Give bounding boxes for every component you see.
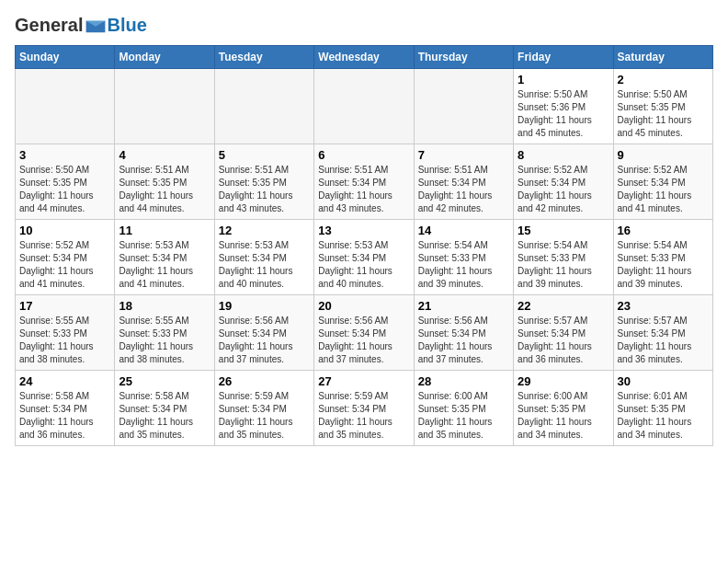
- calendar-cell: 14Sunrise: 5:54 AM Sunset: 5:33 PM Dayli…: [414, 220, 513, 295]
- day-info: Sunrise: 5:50 AM Sunset: 5:35 PM Dayligh…: [618, 88, 709, 140]
- calendar-cell: 19Sunrise: 5:56 AM Sunset: 5:34 PM Dayli…: [214, 295, 313, 371]
- calendar-cell: 5Sunrise: 5:51 AM Sunset: 5:35 PM Daylig…: [214, 144, 313, 220]
- weekday-header-thursday: Thursday: [414, 46, 513, 69]
- day-number: 15: [518, 224, 609, 237]
- day-number: 2: [618, 73, 709, 86]
- calendar-week-row: 17Sunrise: 5:55 AM Sunset: 5:33 PM Dayli…: [16, 295, 713, 371]
- day-info: Sunrise: 6:01 AM Sunset: 5:35 PM Dayligh…: [618, 390, 709, 442]
- day-info: Sunrise: 5:54 AM Sunset: 5:33 PM Dayligh…: [418, 239, 509, 291]
- day-info: Sunrise: 5:57 AM Sunset: 5:34 PM Dayligh…: [618, 315, 709, 366]
- day-number: 23: [618, 299, 709, 313]
- calendar-cell: 30Sunrise: 6:01 AM Sunset: 5:35 PM Dayli…: [613, 371, 712, 446]
- day-number: 21: [418, 299, 509, 313]
- calendar-cell: 27Sunrise: 5:59 AM Sunset: 5:34 PM Dayli…: [314, 371, 414, 446]
- calendar-cell: 9Sunrise: 5:52 AM Sunset: 5:34 PM Daylig…: [613, 144, 712, 220]
- calendar-week-row: 10Sunrise: 5:52 AM Sunset: 5:34 PM Dayli…: [16, 220, 713, 295]
- day-number: 24: [19, 374, 110, 388]
- day-number: 27: [318, 374, 409, 388]
- calendar-cell: 4Sunrise: 5:51 AM Sunset: 5:35 PM Daylig…: [115, 144, 214, 220]
- day-number: 20: [318, 299, 409, 313]
- day-info: Sunrise: 5:59 AM Sunset: 5:34 PM Dayligh…: [219, 390, 310, 442]
- calendar-cell: 6Sunrise: 5:51 AM Sunset: 5:34 PM Daylig…: [314, 144, 414, 220]
- day-number: 19: [219, 299, 310, 313]
- day-info: Sunrise: 5:56 AM Sunset: 5:34 PM Dayligh…: [219, 315, 310, 366]
- day-number: 26: [219, 374, 310, 388]
- day-number: 3: [19, 148, 110, 162]
- weekday-header-row: SundayMondayTuesdayWednesdayThursdayFrid…: [16, 46, 713, 69]
- calendar-cell: 18Sunrise: 5:55 AM Sunset: 5:33 PM Dayli…: [115, 295, 214, 371]
- day-number: 22: [518, 299, 609, 313]
- calendar-cell: 22Sunrise: 5:57 AM Sunset: 5:34 PM Dayli…: [514, 295, 613, 371]
- logo: GeneralBlue: [15, 15, 147, 36]
- day-info: Sunrise: 5:58 AM Sunset: 5:34 PM Dayligh…: [19, 390, 110, 442]
- day-info: Sunrise: 5:52 AM Sunset: 5:34 PM Dayligh…: [19, 239, 110, 291]
- weekday-header-saturday: Saturday: [613, 46, 712, 69]
- calendar-cell: 25Sunrise: 5:58 AM Sunset: 5:34 PM Dayli…: [115, 371, 214, 446]
- weekday-header-monday: Monday: [115, 46, 214, 69]
- day-number: 30: [618, 374, 709, 388]
- day-number: 14: [418, 224, 509, 237]
- calendar-cell: 16Sunrise: 5:54 AM Sunset: 5:33 PM Dayli…: [613, 220, 712, 295]
- day-info: Sunrise: 5:51 AM Sunset: 5:34 PM Dayligh…: [418, 164, 509, 215]
- day-number: 12: [219, 224, 310, 237]
- day-number: 28: [418, 374, 509, 388]
- calendar-cell: 2Sunrise: 5:50 AM Sunset: 5:35 PM Daylig…: [613, 69, 712, 144]
- day-info: Sunrise: 5:50 AM Sunset: 5:35 PM Dayligh…: [19, 164, 110, 215]
- day-number: 5: [219, 148, 310, 162]
- day-info: Sunrise: 5:51 AM Sunset: 5:35 PM Dayligh…: [119, 164, 210, 215]
- calendar-cell: 7Sunrise: 5:51 AM Sunset: 5:34 PM Daylig…: [414, 144, 513, 220]
- calendar-cell: [16, 69, 115, 144]
- day-info: Sunrise: 5:58 AM Sunset: 5:34 PM Dayligh…: [119, 390, 210, 442]
- weekday-header-tuesday: Tuesday: [214, 46, 313, 69]
- calendar-cell: 15Sunrise: 5:54 AM Sunset: 5:33 PM Dayli…: [514, 220, 613, 295]
- calendar-cell: 23Sunrise: 5:57 AM Sunset: 5:34 PM Dayli…: [613, 295, 712, 371]
- day-info: Sunrise: 5:56 AM Sunset: 5:34 PM Dayligh…: [318, 315, 409, 366]
- day-number: 9: [618, 148, 709, 162]
- day-number: 11: [119, 224, 210, 237]
- day-info: Sunrise: 5:55 AM Sunset: 5:33 PM Dayligh…: [19, 315, 110, 366]
- day-info: Sunrise: 5:56 AM Sunset: 5:34 PM Dayligh…: [418, 315, 509, 366]
- day-number: 13: [318, 224, 409, 237]
- day-info: Sunrise: 5:59 AM Sunset: 5:34 PM Dayligh…: [318, 390, 409, 442]
- day-info: Sunrise: 5:53 AM Sunset: 5:34 PM Dayligh…: [219, 239, 310, 291]
- day-info: Sunrise: 5:50 AM Sunset: 5:36 PM Dayligh…: [518, 88, 609, 140]
- calendar-cell: [314, 69, 414, 144]
- logo-text: GeneralBlue: [15, 15, 147, 36]
- day-info: Sunrise: 5:52 AM Sunset: 5:34 PM Dayligh…: [618, 164, 709, 215]
- day-number: 8: [518, 148, 609, 162]
- day-number: 25: [119, 374, 210, 388]
- calendar-cell: 13Sunrise: 5:53 AM Sunset: 5:34 PM Dayli…: [314, 220, 414, 295]
- calendar-cell: 26Sunrise: 5:59 AM Sunset: 5:34 PM Dayli…: [214, 371, 313, 446]
- calendar-cell: 12Sunrise: 5:53 AM Sunset: 5:34 PM Dayli…: [214, 220, 313, 295]
- calendar-cell: [115, 69, 214, 144]
- calendar-cell: 11Sunrise: 5:53 AM Sunset: 5:34 PM Dayli…: [115, 220, 214, 295]
- calendar-cell: 10Sunrise: 5:52 AM Sunset: 5:34 PM Dayli…: [16, 220, 115, 295]
- day-number: 29: [518, 374, 609, 388]
- calendar-table: SundayMondayTuesdayWednesdayThursdayFrid…: [15, 45, 713, 446]
- calendar-cell: 20Sunrise: 5:56 AM Sunset: 5:34 PM Dayli…: [314, 295, 414, 371]
- day-number: 6: [318, 148, 409, 162]
- day-info: Sunrise: 5:51 AM Sunset: 5:34 PM Dayligh…: [318, 164, 409, 215]
- day-info: Sunrise: 5:53 AM Sunset: 5:34 PM Dayligh…: [318, 239, 409, 291]
- calendar-cell: 3Sunrise: 5:50 AM Sunset: 5:35 PM Daylig…: [16, 144, 115, 220]
- day-info: Sunrise: 5:54 AM Sunset: 5:33 PM Dayligh…: [518, 239, 609, 291]
- calendar-week-row: 3Sunrise: 5:50 AM Sunset: 5:35 PM Daylig…: [16, 144, 713, 220]
- day-number: 4: [119, 148, 210, 162]
- weekday-header-wednesday: Wednesday: [314, 46, 414, 69]
- weekday-header-friday: Friday: [514, 46, 613, 69]
- logo-icon: [85, 17, 107, 34]
- calendar-cell: 28Sunrise: 6:00 AM Sunset: 5:35 PM Dayli…: [414, 371, 513, 446]
- calendar-cell: 1Sunrise: 5:50 AM Sunset: 5:36 PM Daylig…: [514, 69, 613, 144]
- calendar-cell: 24Sunrise: 5:58 AM Sunset: 5:34 PM Dayli…: [16, 371, 115, 446]
- day-number: 7: [418, 148, 509, 162]
- page-header: GeneralBlue: [15, 15, 713, 36]
- day-info: Sunrise: 5:51 AM Sunset: 5:35 PM Dayligh…: [219, 164, 310, 215]
- calendar-week-row: 1Sunrise: 5:50 AM Sunset: 5:36 PM Daylig…: [16, 69, 713, 144]
- day-number: 16: [618, 224, 709, 237]
- calendar-cell: 21Sunrise: 5:56 AM Sunset: 5:34 PM Dayli…: [414, 295, 513, 371]
- day-info: Sunrise: 5:57 AM Sunset: 5:34 PM Dayligh…: [518, 315, 609, 366]
- day-number: 10: [19, 224, 110, 237]
- day-info: Sunrise: 5:52 AM Sunset: 5:34 PM Dayligh…: [518, 164, 609, 215]
- day-number: 1: [518, 73, 609, 86]
- day-info: Sunrise: 5:55 AM Sunset: 5:33 PM Dayligh…: [119, 315, 210, 366]
